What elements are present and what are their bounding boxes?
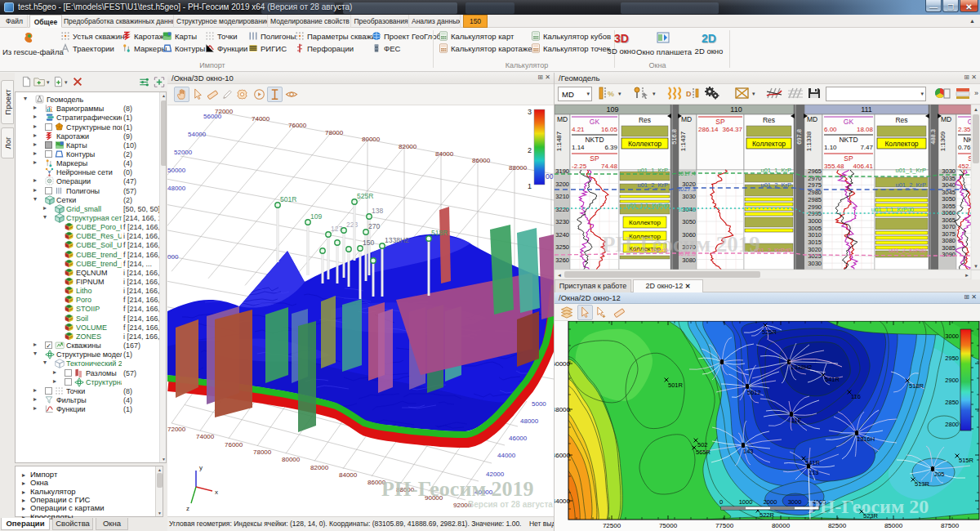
svg-text:x: x — [215, 489, 218, 496]
svg-text:518R: 518R — [909, 382, 924, 390]
svg-text:SP: SP — [590, 154, 599, 163]
svg-text:515R: 515R — [959, 457, 974, 464]
svg-text:77500: 77500 — [715, 522, 734, 529]
svg-text:3000: 3000 — [808, 217, 822, 225]
svg-text:D: D — [686, 90, 692, 98]
svg-text:3240: 3240 — [555, 231, 569, 239]
svg-text:u01_2_KrPd0: u01_2_KrPd0 — [889, 247, 926, 254]
svg-text:3015: 3015 — [808, 239, 822, 246]
svg-text:u01_1.1_KrPd0: u01_1.1_KrPd0 — [871, 206, 914, 213]
svg-text:◄: ◄ — [557, 273, 562, 278]
svg-text:3025: 3025 — [808, 252, 822, 260]
svg-text:1.14: 1.14 — [572, 144, 585, 151]
svg-text:Версия от 28 августа: Версия от 28 августа — [468, 500, 553, 509]
svg-text:MD: MD — [557, 115, 568, 123]
svg-text:1:1487: 1:1487 — [555, 131, 563, 151]
svg-text:3250: 3250 — [555, 243, 569, 251]
svg-text:223: 223 — [346, 221, 358, 229]
svg-text:44000: 44000 — [555, 498, 571, 505]
svg-text:2: 2 — [528, 146, 532, 154]
svg-text:2950: 2950 — [945, 355, 959, 362]
svg-text:2.35: 2.35 — [958, 126, 971, 133]
svg-text:3030: 3030 — [808, 260, 822, 267]
svg-text:y: y — [199, 464, 203, 471]
svg-text:5000: 5000 — [532, 400, 546, 408]
svg-text:84000: 84000 — [435, 150, 454, 158]
svg-text:1000: 1000 — [739, 498, 753, 506]
svg-text:541R: 541R — [825, 376, 840, 383]
svg-text:213: 213 — [808, 469, 819, 476]
svg-text:75000: 75000 — [659, 522, 678, 529]
svg-text:50000: 50000 — [555, 360, 571, 368]
svg-text:2800: 2800 — [945, 421, 959, 428]
svg-text:18.08: 18.08 — [857, 126, 874, 133]
svg-text:502: 502 — [697, 441, 708, 448]
svg-text:Res: Res — [639, 116, 651, 124]
svg-text:78000: 78000 — [325, 129, 344, 136]
svg-text:516.8: 516.8 — [670, 129, 678, 145]
svg-text:72500: 72500 — [603, 522, 621, 529]
svg-text:501R: 501R — [668, 382, 684, 389]
svg-text:138: 138 — [372, 207, 383, 215]
svg-text:3000: 3000 — [945, 332, 959, 340]
svg-text:2900: 2900 — [945, 377, 959, 384]
svg-text:3010: 3010 — [808, 231, 822, 239]
svg-text:NKTD: NKTD — [839, 136, 858, 144]
svg-text:000: 000 — [167, 253, 179, 261]
svg-text:2970: 2970 — [808, 175, 822, 182]
svg-text:82500: 82500 — [828, 522, 847, 529]
svg-text:109: 109 — [310, 212, 322, 221]
svg-text:NKTD: NKTD — [585, 136, 604, 144]
svg-text:%: % — [608, 90, 614, 98]
svg-text:Res: Res — [763, 116, 775, 124]
svg-text:82000: 82000 — [310, 464, 329, 471]
svg-text:▲: ▲ — [973, 107, 978, 112]
svg-text:SP: SP — [715, 118, 725, 126]
svg-text:0: 0 — [719, 498, 723, 506]
svg-text:74000: 74000 — [196, 433, 215, 440]
svg-text:3230: 3230 — [555, 218, 569, 225]
svg-text:1338H2: 1338H2 — [791, 364, 812, 371]
svg-text:Коллектор: Коллектор — [884, 140, 918, 148]
svg-text:85000: 85000 — [884, 522, 903, 529]
svg-text:Res: Res — [895, 116, 907, 124]
svg-text:143: 143 — [743, 448, 754, 455]
svg-text:4.21: 4.21 — [572, 126, 585, 133]
svg-text:3030: 3030 — [682, 193, 696, 200]
svg-text:488.3: 488.3 — [929, 129, 937, 145]
svg-text:88000: 88000 — [509, 164, 528, 172]
svg-text:SP: SP — [844, 154, 853, 163]
svg-text:86000: 86000 — [472, 157, 491, 164]
svg-text:1316H: 1316H — [857, 435, 875, 443]
svg-text:406.41: 406.41 — [853, 163, 874, 170]
svg-text:u01_2_KrP: u01_2_KrP — [895, 181, 926, 189]
svg-text:РН-Геосим 2019: РН-Геосим 2019 — [381, 477, 534, 501]
svg-text:46000: 46000 — [509, 435, 528, 442]
svg-text:u01_1.1_KrPd0: u01_1.1_KrPd0 — [626, 202, 669, 209]
svg-text:150: 150 — [363, 239, 374, 247]
svg-text:5012: 5012 — [747, 389, 761, 396]
svg-text:▼: ▼ — [973, 264, 978, 269]
svg-text:513R: 513R — [915, 480, 930, 488]
svg-text:РН-Геосим 20: РН-Геосим 20 — [808, 496, 929, 517]
svg-text:48000: 48000 — [167, 185, 186, 192]
svg-text:3200: 3200 — [555, 181, 569, 188]
svg-text:MD: MD — [807, 115, 817, 123]
svg-text:MD: MD — [941, 115, 951, 123]
svg-text:110: 110 — [730, 105, 742, 114]
svg-text:3000: 3000 — [788, 498, 802, 506]
svg-text:50000: 50000 — [167, 167, 186, 174]
svg-text:525R: 525R — [762, 328, 777, 336]
svg-text:87500: 87500 — [941, 522, 960, 529]
svg-text:116: 116 — [851, 393, 861, 400]
svg-text:3: 3 — [528, 108, 532, 116]
svg-text:111: 111 — [861, 105, 872, 114]
svg-text:74000: 74000 — [252, 115, 270, 123]
svg-text:2000: 2000 — [764, 498, 777, 506]
svg-text:6.00: 6.00 — [824, 126, 837, 133]
svg-text:u01_2_KrP: u01_2_KrP — [760, 181, 791, 189]
svg-text:518R: 518R — [431, 229, 448, 237]
svg-text:GK: GK — [844, 118, 854, 126]
svg-text:46000: 46000 — [555, 452, 571, 459]
svg-text:u01_1_KrP: u01_1_KrP — [637, 167, 668, 174]
